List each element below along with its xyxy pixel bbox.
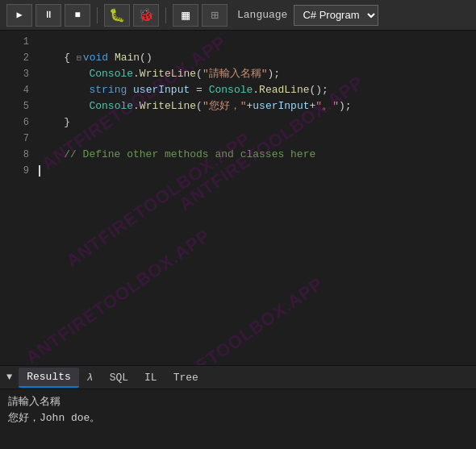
- bug-orange-icon: 🐛: [109, 7, 125, 23]
- play-button[interactable]: ▶: [6, 4, 32, 27]
- separator-1: [97, 7, 98, 23]
- debug-cyan-button[interactable]: 🐞: [133, 4, 159, 27]
- line-number-2: 2: [6, 50, 29, 66]
- code-line-7: 7: [0, 131, 476, 147]
- code-editor[interactable]: ANTFIRETOOLBOX.APP ANTFIRETOOLBOX.APP AN…: [0, 31, 476, 365]
- stop-icon: ■: [74, 10, 80, 21]
- pause-button[interactable]: ⏸: [35, 4, 61, 27]
- line-number-4: 4: [6, 82, 29, 98]
- view-grid1-button[interactable]: ▦: [173, 4, 198, 27]
- line-number-9: 9: [6, 163, 29, 179]
- line-number-8: 8: [6, 147, 29, 163]
- line-content-9: [39, 163, 40, 179]
- stop-button[interactable]: ■: [65, 4, 90, 27]
- grid1-icon: ▦: [182, 7, 190, 23]
- bug-cyan-icon: 🐞: [138, 7, 154, 23]
- grid2-icon: ⊞: [211, 7, 219, 23]
- toolbar: ▶ ⏸ ■ 🐛 🐞 ▦ ⊞ Language C# Program Java P…: [0, 0, 476, 31]
- language-select[interactable]: C# Program Java Python JavaScript: [294, 5, 378, 26]
- code-line-9: 9: [0, 163, 476, 179]
- watermark-4: ANTFIRETOOLBOX.APP: [23, 227, 213, 365]
- tab-scroll-arrow[interactable]: ▼: [6, 372, 12, 383]
- code-line-4: 4 string userInput = Console.ReadLine();: [0, 82, 476, 98]
- view-grid2-button[interactable]: ⊞: [202, 4, 228, 27]
- watermark-5: ANTFIRETOOLBOX.APP: [136, 275, 326, 365]
- output-line-1: 請輸入名稱: [8, 394, 468, 410]
- line-content-6: }: [39, 114, 70, 131]
- code-line-1: 1 ⊟void Main(): [0, 34, 476, 50]
- line-content-4: string userInput = Console.ReadLine();: [39, 82, 328, 98]
- line-content-2: {: [39, 50, 70, 66]
- line-content-3: Console.WriteLine("請輸入名稱");: [39, 66, 280, 82]
- line-content-5: Console.WriteLine("您好，"+userInput+"。");: [39, 98, 352, 114]
- debug-orange-button[interactable]: 🐛: [104, 4, 130, 27]
- code-line-6: 6 }: [0, 114, 476, 131]
- tab-il-label: IL: [144, 372, 157, 384]
- tab-results-label: Results: [27, 371, 71, 383]
- output-line-2: 您好，John doe。: [8, 410, 468, 426]
- line-number-3: 3: [6, 66, 29, 82]
- code-line-3: 3 Console.WriteLine("請輸入名稱");: [0, 66, 476, 82]
- code-line-8: 8 // Define other methods and classes he…: [0, 147, 476, 163]
- line-content-8: // Define other methods and classes here: [39, 147, 315, 163]
- bottom-tabs: ▼ Results λ SQL IL Tree: [0, 365, 476, 389]
- play-icon: ▶: [16, 9, 22, 21]
- tab-lambda-label: λ: [87, 372, 94, 384]
- output-panel: 請輸入名稱 您好，John doe。: [0, 389, 476, 449]
- tab-results[interactable]: Results: [19, 368, 79, 388]
- line-number-1: 1: [6, 34, 29, 50]
- tab-sql[interactable]: SQL: [102, 368, 136, 387]
- separator-2: [165, 7, 166, 23]
- tab-lambda[interactable]: λ: [79, 368, 102, 387]
- language-label: Language: [237, 9, 287, 21]
- line-number-5: 5: [6, 98, 29, 114]
- tab-sql-label: SQL: [110, 372, 128, 384]
- line-number-7: 7: [6, 131, 29, 147]
- code-line-5: 5 Console.WriteLine("您好，"+userInput+"。")…: [0, 98, 476, 114]
- pause-icon: ⏸: [44, 9, 53, 21]
- tab-tree[interactable]: Tree: [165, 368, 207, 387]
- line-number-6: 6: [6, 114, 29, 131]
- collapse-icon-1[interactable]: ⊟: [77, 54, 81, 63]
- tab-tree-label: Tree: [173, 372, 198, 384]
- tab-il[interactable]: IL: [136, 368, 165, 387]
